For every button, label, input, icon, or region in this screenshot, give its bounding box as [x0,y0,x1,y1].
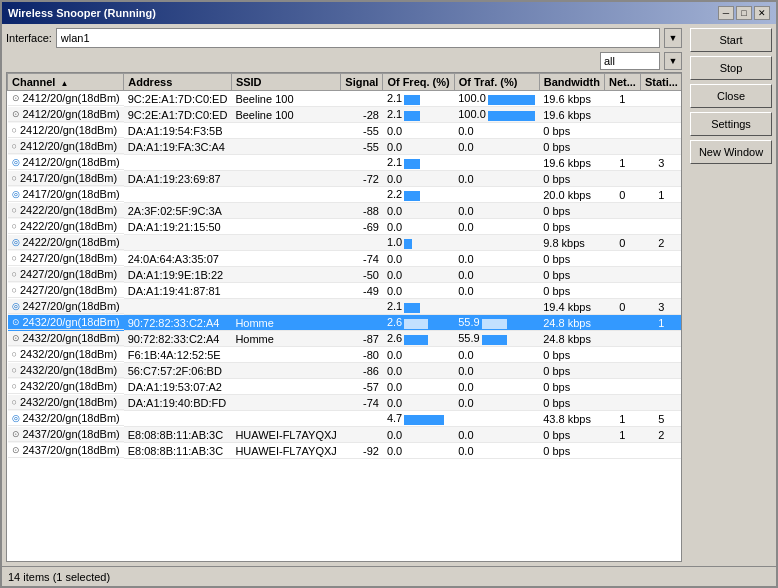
table-row[interactable]: ⊙2412/20/gn(18dBm)9C:2E:A1:7D:C0:EDBeeli… [8,91,683,107]
cell-of-traf: 0.0 [454,363,539,379]
cell-ssid [231,171,340,187]
cell-signal [341,187,383,203]
cell-of-freq: 0.0 [383,171,454,187]
filter-dropdown-button[interactable]: ▼ [664,52,682,70]
cell-ssid [231,379,340,395]
cell-signal: -55 [341,139,383,155]
start-button[interactable]: Start [690,28,772,52]
cell-of-freq: 2.1 [383,155,454,171]
cell-bandwidth: 0 bps [539,203,604,219]
table-row[interactable]: ○2427/20/gn(18dBm)DA:A1:19:41:87:81-490.… [8,283,683,299]
cell-address: 56:C7:57:2F:06:BD [124,363,232,379]
table-row[interactable]: ○2427/20/gn(18dBm)24:0A:64:A3:35:07-740.… [8,251,683,267]
channel-text: 2432/20/gn(18dBm) [20,380,117,392]
interface-row: Interface: ▼ [6,28,682,48]
maximize-button[interactable]: □ [736,6,752,20]
table-row[interactable]: ⊙2437/20/gn(18dBm)E8:08:8B:11:AB:3CHUAWE… [8,427,683,443]
table-row[interactable]: ◎2427/20/gn(18dBm)2.119.4 kbps03 [8,299,683,315]
cell-ssid [231,251,340,267]
cell-of-traf: 0.0 [454,283,539,299]
table-row[interactable]: ⊙2412/20/gn(18dBm)9C:2E:A1:7D:C0:EDBeeli… [8,107,683,123]
cell-of-traf: 0.0 [454,171,539,187]
channel-text: 2417/20/gn(18dBm) [20,172,117,184]
cell-net [604,139,640,155]
cell-channel: ○2432/20/gn(18dBm) [8,379,124,394]
cell-bandwidth: 0 bps [539,443,604,459]
channel-text: 2427/20/gn(18dBm) [20,284,117,296]
cell-of-freq: 0.0 [383,139,454,155]
col-stati[interactable]: Stati... [640,74,682,91]
interface-dropdown-button[interactable]: ▼ [664,28,682,48]
cell-address: 90:72:82:33:C2:A4 [124,331,232,347]
wifi-icon: ○ [12,349,17,359]
table-row[interactable]: ○2412/20/gn(18dBm)DA:A1:19:54:F3:5B-550.… [8,123,683,139]
cell-channel: ⊙2437/20/gn(18dBm) [8,443,124,458]
filter-row: ▼ [6,52,682,70]
table-row[interactable]: ○2432/20/gn(18dBm)F6:1B:4A:12:52:5E-800.… [8,347,683,363]
table-row[interactable]: ◎2412/20/gn(18dBm)2.119.6 kbps13 [8,155,683,171]
table-row[interactable]: ○2412/20/gn(18dBm)DA:A1:19:FA:3C:A4-550.… [8,139,683,155]
table-row[interactable]: ◎2432/20/gn(18dBm)4.743.8 kbps15 [8,411,683,427]
interface-input[interactable] [56,28,660,48]
cell-stati [640,443,682,459]
close-button[interactable]: Close [690,84,772,108]
col-ssid[interactable]: SSID [231,74,340,91]
table-row[interactable]: ◎2422/20/gn(18dBm)1.09.8 kbps02 [8,235,683,251]
cell-channel: ⊙2432/20/gn(18dBm) [8,315,124,330]
cell-stati [640,363,682,379]
cell-stati [640,219,682,235]
channel-text: 2432/20/gn(18dBm) [20,364,117,376]
col-of-freq[interactable]: Of Freq. (%) [383,74,454,91]
cell-net [604,443,640,459]
col-signal[interactable]: Signal [341,74,383,91]
cell-ssid [231,235,340,251]
table-row[interactable]: ○2417/20/gn(18dBm)DA:A1:19:23:69:87-720.… [8,171,683,187]
cell-signal: -49 [341,283,383,299]
cell-stati: 1 [640,187,682,203]
channel-text: 2432/20/gn(18dBm) [20,348,117,360]
cell-of-traf: 0.0 [454,219,539,235]
settings-button[interactable]: Settings [690,112,772,136]
col-bandwidth[interactable]: Bandwidth [539,74,604,91]
table-row[interactable]: ○2422/20/gn(18dBm)DA:A1:19:21:15:50-690.… [8,219,683,235]
cell-address [124,235,232,251]
traf-bar [488,111,536,121]
table-row[interactable]: ○2432/20/gn(18dBm)DA:A1:19:40:BD:FD-740.… [8,395,683,411]
col-address[interactable]: Address [124,74,232,91]
cell-of-traf [454,187,539,203]
table-row[interactable]: ○2432/20/gn(18dBm)56:C7:57:2F:06:BD-860.… [8,363,683,379]
cell-address: E8:08:8B:11:AB:3C [124,443,232,459]
window-controls: ─ □ ✕ [718,6,770,20]
table-row[interactable]: ⊙2432/20/gn(18dBm)90:72:82:33:C2:A4Homme… [8,315,683,331]
table-row[interactable]: ○2422/20/gn(18dBm)2A:3F:02:5F:9C:3A-880.… [8,203,683,219]
table-row[interactable]: ○2432/20/gn(18dBm)DA:A1:19:53:07:A2-570.… [8,379,683,395]
col-of-traf[interactable]: Of Traf. (%) [454,74,539,91]
minimize-button[interactable]: ─ [718,6,734,20]
cell-of-freq: 0.0 [383,443,454,459]
filter-input[interactable] [600,52,660,70]
cell-of-freq: 2.1 [383,299,454,315]
cell-bandwidth: 0 bps [539,171,604,187]
right-panel: Start Stop Close Settings New Window [686,24,776,566]
cell-channel: ○2432/20/gn(18dBm) [8,395,124,410]
cell-stati: 5 [640,411,682,427]
cell-of-traf: 0.0 [454,267,539,283]
new-window-button[interactable]: New Window [690,140,772,164]
col-channel[interactable]: Channel ▲ [8,74,124,91]
close-button[interactable]: ✕ [754,6,770,20]
cell-of-freq: 2.6 [383,331,454,347]
cell-stati [640,267,682,283]
cell-net: 0 [604,235,640,251]
col-net[interactable]: Net... [604,74,640,91]
table-row[interactable]: ◎2417/20/gn(18dBm)2.220.0 kbps01 [8,187,683,203]
stop-button[interactable]: Stop [690,56,772,80]
table-row[interactable]: ⊙2437/20/gn(18dBm)E8:08:8B:11:AB:3CHUAWE… [8,443,683,459]
table-row[interactable]: ⊙2432/20/gn(18dBm)90:72:82:33:C2:A4Homme… [8,331,683,347]
wifi-icon: ○ [12,285,17,295]
channel-text: 2422/20/gn(18dBm) [20,204,117,216]
cell-channel: ○2427/20/gn(18dBm) [8,283,124,298]
wifi-icon: ○ [12,269,17,279]
cell-signal [341,235,383,251]
cell-of-freq: 2.6 [383,315,454,331]
table-row[interactable]: ○2427/20/gn(18dBm)DA:A1:19:9E:1B:22-500.… [8,267,683,283]
